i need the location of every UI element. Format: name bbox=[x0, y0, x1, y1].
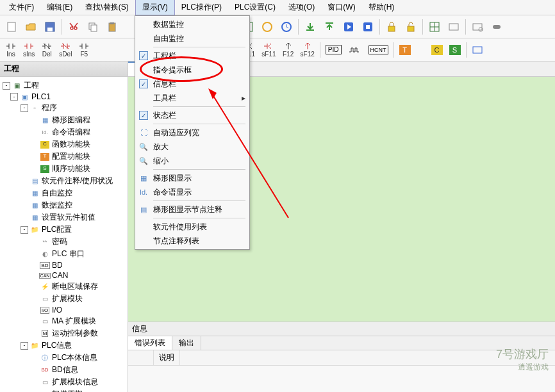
hcnt-button[interactable]: HCNT bbox=[366, 44, 391, 56]
open-button[interactable] bbox=[22, 18, 40, 36]
menu-item-6[interactable]: 工具栏▸ bbox=[137, 91, 248, 105]
tab-errors[interactable]: 错误列表 bbox=[128, 336, 172, 350]
tree-item[interactable]: -📁PLC配置 bbox=[0, 224, 128, 236]
menu-item-15[interactable]: Id.命令语显示 bbox=[137, 185, 248, 199]
tree-item[interactable]: M运动控制参数 bbox=[0, 327, 128, 339]
menu-view[interactable]: 显示(V) bbox=[135, 0, 175, 15]
menu-plc-set[interactable]: PLC设置(C) bbox=[228, 0, 282, 15]
tree-item[interactable]: -▣工程 bbox=[0, 79, 128, 92]
tree-item[interactable]: -▣PLC1 bbox=[0, 92, 128, 102]
tb-f[interactable] bbox=[468, 18, 486, 36]
menu-check-icon: ▦ bbox=[137, 174, 151, 183]
tree-item[interactable]: -▫程序 bbox=[0, 102, 128, 114]
tree-toggle-icon[interactable]: - bbox=[21, 226, 28, 234]
save-button[interactable] bbox=[41, 18, 59, 36]
menu-separator bbox=[153, 106, 245, 107]
tree-toggle-icon[interactable]: - bbox=[21, 342, 28, 350]
t-block[interactable]: T bbox=[397, 44, 413, 56]
tree-item[interactable]: ▦自由监控 bbox=[0, 187, 128, 199]
tree-item[interactable]: ▭MA 扩展模块 bbox=[0, 315, 128, 327]
cut-button[interactable] bbox=[65, 18, 83, 36]
sins-button[interactable]: sIns bbox=[21, 40, 37, 59]
upload-button[interactable] bbox=[320, 18, 338, 36]
view-dropdown: 数据监控自由监控✓工程栏指令提示框✓信息栏工具栏▸✓状态栏⛶自动适应列宽🔍放大🔍… bbox=[135, 15, 250, 250]
tree-item[interactable]: **密码 bbox=[0, 236, 128, 248]
menu-item-10[interactable]: ⛶自动适应列宽 bbox=[137, 126, 248, 140]
tree-item-label: BD信息 bbox=[52, 364, 78, 375]
tree-toggle-icon[interactable]: - bbox=[10, 93, 18, 101]
menu-window[interactable]: 窗口(W) bbox=[321, 0, 361, 15]
menu-item-14[interactable]: ▦梯形图显示 bbox=[137, 171, 248, 185]
menu-item-3[interactable]: ✓工程栏 bbox=[137, 49, 248, 63]
f12-button[interactable]: F12 bbox=[280, 40, 297, 59]
menu-item-8[interactable]: ✓状态栏 bbox=[137, 108, 248, 122]
menu-help[interactable]: 帮助(H) bbox=[362, 0, 401, 15]
menu-item-1[interactable]: 自由监控 bbox=[137, 31, 248, 45]
paste-button[interactable] bbox=[103, 18, 121, 36]
tree-item[interactable]: CANCAN bbox=[0, 270, 128, 281]
del-button[interactable]: Del bbox=[38, 40, 55, 59]
menu-item-20[interactable]: 节点注释列表 bbox=[137, 234, 248, 248]
tree-toggle-icon[interactable]: - bbox=[21, 104, 28, 112]
menu-search[interactable]: 查找\替换(S) bbox=[79, 0, 135, 15]
menu-item-0[interactable]: 数据监控 bbox=[137, 17, 248, 31]
run-button[interactable] bbox=[340, 18, 358, 36]
menu-options[interactable]: 选项(O) bbox=[282, 0, 321, 15]
new-button[interactable] bbox=[3, 18, 21, 36]
tree-item[interactable]: BDBD bbox=[0, 260, 128, 270]
ins-button[interactable]: Ins bbox=[3, 40, 19, 59]
tab-output[interactable]: 输出 bbox=[172, 336, 201, 350]
tree-item[interactable]: ⓘPLC本体信息 bbox=[0, 352, 128, 364]
lock1-button[interactable] bbox=[383, 18, 401, 36]
menu-item-11[interactable]: 🔍放大 bbox=[137, 140, 248, 154]
tb-g[interactable] bbox=[488, 18, 506, 36]
sdel-button[interactable]: sDel bbox=[56, 40, 74, 59]
svg-rect-19 bbox=[493, 25, 501, 29]
s-block[interactable]: S bbox=[447, 44, 463, 56]
menu-file[interactable]: 文件(F) bbox=[3, 0, 40, 15]
tree-item[interactable]: ▭扩展模块 bbox=[0, 293, 128, 305]
lock2-button[interactable] bbox=[402, 18, 420, 36]
c-block[interactable]: C bbox=[429, 44, 445, 56]
tb-d[interactable] bbox=[426, 18, 443, 36]
menu-edit[interactable]: 编辑(E) bbox=[40, 0, 79, 15]
download-button[interactable] bbox=[301, 18, 319, 36]
tb-b[interactable] bbox=[258, 18, 276, 36]
tree-item[interactable]: ▭扩展模块信息 bbox=[0, 376, 128, 388]
menu-item-17[interactable]: ▤梯形图显示节点注释 bbox=[137, 202, 248, 216]
tree-item[interactable]: ▦设置软元件初值 bbox=[0, 211, 128, 224]
tb-e[interactable] bbox=[445, 18, 463, 36]
tree-item[interactable]: Id.命令语编程 bbox=[0, 126, 128, 138]
pulse-button[interactable] bbox=[345, 44, 365, 56]
menu-plc-op[interactable]: PLC操作(P) bbox=[175, 0, 228, 15]
stop-button[interactable] bbox=[359, 18, 377, 36]
project-icon: ▣ bbox=[12, 81, 22, 90]
pid-button[interactable]: PID bbox=[323, 44, 344, 56]
copy-button[interactable] bbox=[84, 18, 102, 36]
sf12-button[interactable]: sF12 bbox=[298, 40, 317, 59]
tree-item[interactable]: S顺序功能块 bbox=[0, 163, 128, 175]
tree-item[interactable]: T配置功能块 bbox=[0, 151, 128, 163]
tree-toggle-icon[interactable]: - bbox=[3, 82, 10, 90]
tree-item[interactable]: I/OI/O bbox=[0, 305, 128, 315]
tree-item[interactable]: C函数功能块 bbox=[0, 138, 128, 151]
tree-item[interactable]: ⚡断电区域保存 bbox=[0, 281, 128, 293]
menu-item-4[interactable]: 指令提示框 bbox=[137, 63, 248, 77]
tree-item[interactable]: BDBD信息 bbox=[0, 364, 128, 376]
tree-item[interactable]: ◐PLC 串口 bbox=[0, 248, 128, 260]
tree-item[interactable]: ↻扫描周期 bbox=[0, 388, 128, 392]
tree-item[interactable]: ▤软元件注释/使用状况 bbox=[0, 175, 128, 187]
sf11-button[interactable]: sF11 bbox=[259, 40, 278, 59]
menu-item-19[interactable]: 软元件使用列表 bbox=[137, 220, 248, 234]
tree-item-label: 梯形图编程 bbox=[52, 115, 90, 126]
tree-item[interactable]: ▦数据监控 bbox=[0, 199, 128, 211]
tree-item[interactable]: ▦梯形图编程 bbox=[0, 114, 128, 126]
tree-item-label: BD bbox=[52, 261, 63, 270]
tree-item[interactable]: -📁PLC信息 bbox=[0, 339, 128, 352]
f5-button[interactable]: F5 bbox=[76, 40, 92, 59]
menu-item-12[interactable]: 🔍缩小 bbox=[137, 154, 248, 168]
menu-item-5[interactable]: ✓信息栏 bbox=[137, 77, 248, 91]
tb-c[interactable] bbox=[278, 18, 295, 36]
main-area: 工程 -▣工程-▣PLC1-▫程序▦梯形图编程Id.命令语编程C函数功能块T配置… bbox=[0, 61, 555, 392]
tb2-ext[interactable] bbox=[469, 44, 486, 56]
